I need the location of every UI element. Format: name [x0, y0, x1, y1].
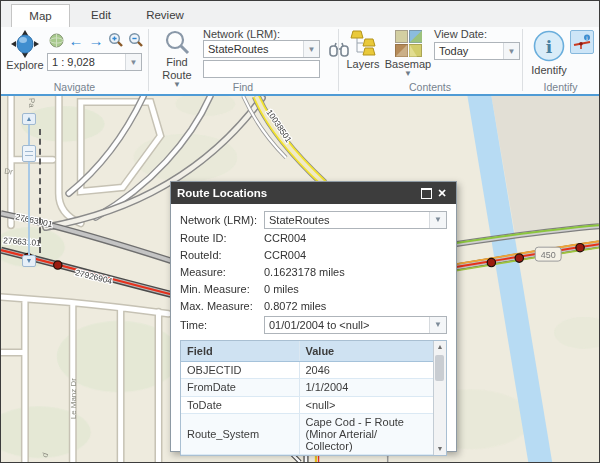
maximize-icon [421, 188, 432, 199]
cell-value: 1/1/2004 [299, 379, 433, 396]
route-id-value: CCR004 [264, 232, 447, 244]
view-date-value: Today [435, 45, 503, 57]
network-field-value: StateRoutes [265, 214, 429, 226]
layers-label: Layers [346, 59, 379, 70]
app-window: Map Edit Review Explore [0, 0, 600, 463]
chevron-down-icon: ▼ [404, 70, 412, 78]
cell-field: OBJECTID [181, 362, 299, 379]
table-row[interactable]: OBJECTID 2046 [181, 362, 433, 379]
view-date-label: View Date: [434, 28, 487, 40]
slider-thumb[interactable] [22, 145, 36, 162]
network-lrm-value: StateRoutes [204, 43, 303, 55]
explore-label: Explore [6, 60, 43, 71]
svg-text:i: i [586, 35, 588, 41]
next-extent-icon[interactable]: → [87, 32, 105, 48]
table-row[interactable]: FromDate 1/1/2004 [181, 379, 433, 396]
table-row[interactable]: ToDate <null> [181, 396, 433, 413]
tab-edit[interactable]: Edit [79, 4, 123, 27]
street-label: Le Manz Dr [69, 378, 78, 419]
slider-down-button[interactable]: ▼ [22, 255, 36, 267]
tab-review[interactable]: Review [137, 4, 193, 27]
route-info-icon: i [573, 33, 591, 51]
full-extent-globe-icon[interactable] [47, 32, 65, 48]
chevron-down-icon: ▼ [503, 43, 519, 59]
zoom-in-icon[interactable] [107, 32, 125, 48]
map-scale-combo[interactable]: 1 : 9,028 ▼ [47, 53, 142, 71]
previous-extent-icon[interactable]: ← [67, 32, 85, 48]
cell-value: 2046 [299, 362, 433, 379]
attribute-table: Field Value OBJECTID 2046 FromDate 1/1/2… [180, 340, 447, 456]
close-button[interactable]: ✕ [434, 185, 450, 201]
find-route-magnifier-icon [164, 29, 190, 55]
dialog-title: Route Locations [177, 187, 418, 199]
street-label: Dr [4, 167, 14, 177]
layers-button[interactable]: Layers [345, 30, 381, 70]
zoom-out-icon[interactable] [127, 32, 145, 48]
min-measure-label: Min. Measure: [180, 283, 264, 295]
network-field-label: Network (LRM): [180, 214, 264, 226]
street-label: Pa [27, 98, 36, 109]
routeid-value: CCR004 [264, 249, 447, 261]
explore-button[interactable]: Explore [5, 30, 45, 71]
time-field-label: Time: [180, 319, 264, 331]
cell-field: ToDate [181, 396, 299, 413]
cell-field: Route_System [181, 414, 299, 455]
view-date-combo[interactable]: Today ▼ [434, 42, 520, 60]
identify-button[interactable]: i Identify [528, 29, 570, 76]
route-shield-label: 450 [541, 250, 556, 260]
tab-map[interactable]: Map [11, 4, 70, 28]
max-measure-value: 0.8072 miles [264, 300, 447, 312]
network-lrm-combo[interactable]: StateRoutes ▼ [203, 40, 320, 58]
dialog-titlebar[interactable]: Route Locations ✕ [171, 182, 456, 204]
map-zoom-slider: ▲ ▼ [22, 113, 48, 269]
route-id-label: Route ID: [180, 232, 264, 244]
basemap-icon [395, 30, 422, 57]
find-route-label-1: Find [166, 57, 187, 68]
dialog-body: Network (LRM): StateRoutes ▼ Route ID: C… [171, 204, 456, 456]
find-route-button[interactable]: Find Route ▼ [156, 29, 198, 89]
maximize-button[interactable] [418, 185, 434, 201]
basemap-button[interactable]: Basemap ▼ [385, 30, 431, 78]
chevron-down-icon: ▼ [303, 41, 319, 57]
chevron-down-icon: ▼ [125, 54, 141, 70]
identify-route-locations-tool[interactable]: i [570, 30, 594, 54]
map-scale-value: 1 : 9,028 [48, 56, 125, 68]
scroll-track[interactable] [434, 353, 446, 443]
slider-up-button[interactable]: ▲ [22, 113, 36, 125]
svg-text:i: i [546, 37, 553, 57]
ribbon-body: Explore ← → [1, 27, 599, 94]
group-label-contents: Contents [338, 81, 522, 93]
ribbon-tabbar: Map Edit Review [1, 1, 599, 28]
measure-value: 0.1623178 miles [264, 266, 447, 278]
layers-icon [349, 30, 377, 57]
cell-value: Cape Cod - F Route (Minor Arterial/ Coll… [299, 414, 433, 455]
scroll-down-icon[interactable]: ▼ [434, 443, 446, 455]
time-field-combo[interactable]: 01/01/2004 to <null> ▼ [264, 316, 447, 334]
table-scrollbar[interactable]: ▲ ▼ [433, 341, 446, 455]
group-label-identify: Identify [522, 81, 599, 93]
slider-ticks [39, 129, 41, 253]
chevron-down-icon: ▼ [429, 317, 446, 333]
max-measure-label: Max. Measure: [180, 300, 264, 312]
column-header-field[interactable]: Field [181, 341, 299, 362]
time-field-value: 01/01/2004 to <null> [265, 319, 429, 331]
scroll-up-icon[interactable]: ▲ [434, 341, 446, 353]
chevron-down-icon: ▼ [429, 212, 446, 228]
ribbon: Map Edit Review Explore [1, 1, 599, 96]
identify-info-icon: i [532, 29, 566, 63]
route-locations-dialog: Route Locations ✕ Network (LRM): StateRo… [170, 181, 457, 452]
measure-label: Measure: [180, 266, 264, 278]
route-shield: 450 [535, 247, 561, 261]
explore-compass-icon [11, 30, 39, 58]
table-header-row: Field Value [181, 341, 433, 362]
close-icon: ✕ [437, 187, 446, 200]
network-field-combo[interactable]: StateRoutes ▼ [264, 211, 447, 229]
column-header-value[interactable]: Value [299, 341, 433, 362]
scroll-thumb[interactable] [435, 355, 444, 381]
group-label-find: Find [148, 81, 338, 93]
find-route-value-input[interactable] [203, 60, 320, 78]
routeid-label: RouteId: [180, 249, 264, 261]
min-measure-value: 0 miles [264, 283, 447, 295]
cell-value: <null> [299, 396, 433, 413]
table-row[interactable]: Route_System Cape Cod - F Route (Minor A… [181, 414, 433, 455]
